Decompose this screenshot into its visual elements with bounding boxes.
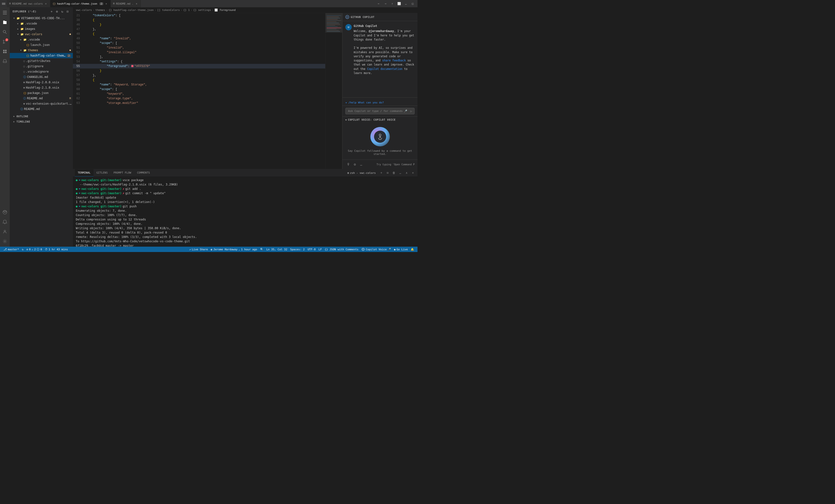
nav-up-btn[interactable]: ↑ [389, 1, 395, 6]
new-terminal-btn[interactable]: + [379, 170, 384, 175]
tree-item-gitattributes[interactable]: ▶ ◌ .gitattributes [10, 58, 73, 64]
tree-item-package-json[interactable]: ▶ {} package.json [10, 90, 73, 96]
breadcrumb-themes[interactable]: themes [96, 8, 105, 12]
breadcrumb-settings[interactable]: {} settings [193, 8, 211, 12]
tree-item-vscodeignore[interactable]: ▶ ◌ .vscodeignore [10, 69, 73, 74]
activity-testing-icon[interactable] [0, 57, 9, 66]
tab-readme-2[interactable]: M README.md . × [111, 0, 141, 7]
svg-rect-8 [3, 50, 5, 51]
tab-close-2[interactable]: × [105, 2, 108, 5]
activity-explorer-icon[interactable] [0, 18, 9, 27]
copilot-help-link[interactable]: ✦ /help What can you do? [343, 100, 418, 106]
copilot-settings-btn[interactable]: ⚙ [352, 161, 358, 168]
tree-item-gitignore[interactable]: ▶ ◌ .gitignore [10, 64, 73, 69]
panel-tab-prompt-flow[interactable]: PROMPT FLOW [110, 169, 134, 176]
tab-readme-1[interactable]: M README.md vwc-colors × [7, 0, 50, 7]
breadcrumb-filename[interactable]: {} hashflag-color-theme.json [108, 8, 154, 12]
tree-item-vscode2[interactable]: ▶ 📁 .vscode [10, 37, 73, 42]
tree-item-readme-vwc[interactable]: ▶ ⓘ README.md M [10, 96, 73, 101]
hamburger-menu-icon[interactable] [2, 2, 6, 5]
tree-item-vsix2[interactable]: ▶ ≡ HashFlag-2.1.0.vsix [10, 85, 73, 90]
copilot-voice-section: ▼ COPILOT VOICE: COPILOT VOICE [343, 116, 418, 169]
activity-menu-icon[interactable] [0, 8, 9, 17]
status-live-share[interactable]: ↗ Live Share [188, 248, 209, 251]
breadcrumb-foreground[interactable]: ⬜ foreground [215, 8, 236, 12]
more-actions-btn[interactable]: … [403, 1, 409, 6]
split-terminal-btn[interactable]: ⊟ [385, 170, 390, 175]
tab-hashflag-json[interactable]: {} hashflag-color-theme.json 2 × [50, 0, 111, 7]
new-folder-btn[interactable]: ⊕ [55, 9, 59, 14]
terminal-more-btn[interactable]: … [398, 170, 403, 175]
status-position[interactable]: Ln 35, Col 32 [265, 248, 289, 251]
status-user[interactable]: ◐ Jerome Hardaway, 1 hour ago [209, 248, 259, 251]
status-time[interactable]: ⏱ 1 hr 43 mins [43, 247, 69, 252]
tree-item-images[interactable]: ▶ 📁 images [10, 26, 73, 31]
nav-back-btn[interactable]: ← [376, 1, 382, 6]
activity-search-icon[interactable] [0, 28, 9, 37]
new-file-btn[interactable]: + [49, 9, 54, 14]
status-search[interactable]: 🔍 [259, 248, 265, 251]
panel-tab-comments[interactable]: COMMENTS [134, 169, 153, 176]
activity-settings-icon[interactable] [0, 237, 9, 246]
code-line-46: 46 } [73, 22, 325, 27]
panel-tab-terminal[interactable]: TERMINAL [75, 169, 94, 176]
tree-item-launch-json[interactable]: ▶ {} launch.json [10, 42, 73, 47]
tab-close-1[interactable]: × [44, 2, 47, 5]
status-go-live[interactable]: ◉ Go Live [392, 248, 409, 251]
launch-icon: {} [26, 43, 29, 47]
outline-section[interactable]: ▶ OUTLINE [10, 113, 73, 119]
copilot-send-btn[interactable]: ▷ [409, 109, 414, 113]
status-errors[interactable]: ⊘ 0 ⚠ 2 ⓘ 0 [25, 247, 43, 252]
panel-tab-gitlens[interactable]: GITLENS [94, 169, 110, 176]
tree-root[interactable]: ▼ 📁 VETSWHOCODE-VS-CODE-TH... [10, 16, 73, 21]
tree-item-hashflag[interactable]: ▶ {} hashflag-color-theme.json 2 [10, 53, 73, 58]
activity-accounts-icon[interactable] [0, 227, 9, 236]
maximize-panel-btn[interactable]: ∧ [404, 170, 409, 175]
tree-item-readme-root[interactable]: ▶ ⓘ README.md [10, 106, 73, 112]
t-out-14: To https://github.com/Vets-Who-Code/vets… [76, 239, 190, 244]
activity-source-control-icon[interactable]: 1 [0, 37, 9, 46]
tree-item-quickstart[interactable]: ▶ ≡ vsc-extension-quickstart.md [10, 101, 73, 106]
code-lines: 21 "tokenColors": [ 38 { 46 [73, 13, 325, 105]
terminal-content[interactable]: ● ➜ vwc-colors git:(master) vsce package… [73, 176, 418, 247]
breadcrumb-vwc-colors[interactable]: vwc-colors [76, 8, 92, 12]
copilot-share-feedback-link[interactable]: share feedback [382, 59, 406, 62]
status-spaces[interactable]: Spaces: 2 [289, 248, 306, 251]
status-language[interactable]: {} JSON with Comments [323, 248, 360, 251]
activity-remote-icon[interactable] [0, 208, 9, 216]
activity-extensions-icon[interactable] [0, 47, 9, 56]
breadcrumb-token-colors[interactable]: [] tokenColors [157, 8, 180, 12]
status-encoding[interactable]: UTF-8 [306, 248, 317, 251]
copilot-voice-header[interactable]: ▼ COPILOT VOICE: COPILOT VOICE [343, 117, 418, 123]
nav-forward-btn[interactable]: → [383, 1, 388, 6]
close-panel-btn[interactable]: × [410, 170, 415, 175]
activity-notifications-icon[interactable] [0, 217, 9, 226]
status-copilot[interactable]: Copilot Voice 🎤 [360, 248, 392, 251]
status-notifications[interactable]: 🔔 [409, 248, 415, 251]
status-branch[interactable]: ⎇ master* [2, 247, 20, 252]
tab-close-3[interactable]: × [135, 2, 138, 5]
collapse-all-btn[interactable]: ⊟ [66, 9, 70, 14]
panel-toggle-btn[interactable]: ◱ [410, 1, 415, 6]
copilot-more-btn[interactable]: … [358, 161, 364, 168]
split-editor-btn[interactable]: ⬜ [396, 1, 402, 6]
readme-vwc-name: README.md [27, 97, 68, 100]
refresh-btn[interactable]: ↻ [60, 9, 65, 14]
code-area[interactable]: 21 "tokenColors": [ 38 { 46 [73, 13, 325, 169]
tree-item-changelog[interactable]: ▶ ⓘ CHANGELOG.md [10, 74, 73, 80]
copilot-docs-link[interactable]: Copilot documentation [367, 67, 402, 71]
breadcrumb-1[interactable]: {} 1 [183, 8, 190, 12]
copilot-mic-bottom-btn[interactable]: 🎙 [345, 161, 352, 168]
copilot-mic-btn[interactable]: 🎤 [403, 109, 408, 113]
timeline-section[interactable]: ▶ TIMELINE [10, 119, 73, 124]
copilot-message-content: GitHub Copilot Welcome, @jeromehardaway,… [354, 24, 414, 75]
tree-item-vscode1[interactable]: ▶ 📁 .vscode [10, 21, 73, 26]
status-sync[interactable]: ↻ [20, 247, 25, 252]
panel-actions: ⊞ zsh - vwc-colors + ⊟ 🗑 … ∧ × [345, 170, 415, 175]
kill-terminal-btn[interactable]: 🗑 [391, 170, 396, 175]
tree-item-vsix1[interactable]: ▶ ≡ HashFlag-2.0.0.vsix [10, 80, 73, 85]
tree-item-themes[interactable]: ▼ 📁 themes [10, 47, 73, 53]
copilot-help-text: /help What can you do? [348, 101, 384, 104]
tree-item-vwc-colors[interactable]: ▼ 📁 vwc-colors [10, 31, 73, 37]
status-eol[interactable]: LF [317, 248, 323, 251]
